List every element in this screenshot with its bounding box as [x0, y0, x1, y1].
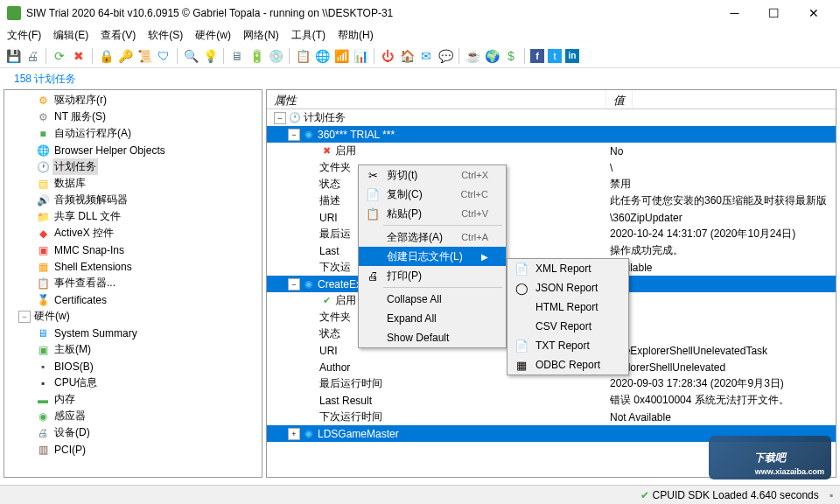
property-row[interactable]: 描述此任务可使您安装的360压缩能及时获得最新版	[267, 192, 836, 209]
facebook-icon[interactable]: f	[530, 49, 544, 63]
tree-item[interactable]: ▤数据库	[4, 175, 262, 192]
tree-item[interactable]: 🏅Certificates	[4, 291, 262, 308]
context-menu-item[interactable]: 📄XML Report	[508, 259, 628, 278]
context-menu-item[interactable]: 📄TXT Report	[508, 336, 628, 355]
tree-item[interactable]: ▪BIOS(B)	[4, 358, 262, 374]
property-row[interactable]: 文件夹\	[267, 159, 836, 176]
context-submenu-logfiles[interactable]: 📄XML Report◯JSON ReportHTML ReportCSV Re…	[507, 258, 629, 375]
menu-edit[interactable]: 编辑(E)	[53, 28, 88, 43]
wifi-icon[interactable]: 📶	[333, 48, 349, 64]
twitter-icon[interactable]: t	[548, 49, 562, 63]
coffee-icon[interactable]: ☕	[465, 48, 480, 64]
property-row[interactable]: URI\360ZipUpdater	[267, 209, 836, 226]
context-menu-item[interactable]: CSV Report	[508, 317, 628, 336]
shutdown-icon[interactable]: ⏻	[380, 48, 396, 64]
linkedin-icon[interactable]: in	[565, 49, 579, 63]
chat-icon[interactable]: 💬	[438, 48, 453, 64]
tree-item[interactable]: ▣MMC Snap-Ins	[4, 242, 262, 258]
menu-help[interactable]: 帮助(H)	[338, 28, 374, 43]
minimize-button[interactable]: ─	[715, 1, 754, 25]
license-icon[interactable]: 📜	[136, 48, 152, 64]
context-menu-item[interactable]: 全部选择(A)Ctrl+A	[359, 228, 506, 247]
tree-item[interactable]: 📁共享 DLL 文件	[4, 208, 262, 225]
context-menu-item[interactable]: 📄复制(C)Ctrl+C	[359, 185, 506, 204]
property-row[interactable]: 最后运2020-10-24 14:31:07 (2020年10月24日)	[267, 226, 836, 242]
globe-icon[interactable]: 🌍	[484, 48, 500, 64]
tree-item[interactable]: ⚙驱动程序(r)	[4, 92, 262, 108]
disk-icon[interactable]: 💿	[268, 48, 284, 64]
tree-item[interactable]: ◆ActiveX 控件	[4, 225, 262, 242]
property-row[interactable]: ✖启用No	[267, 143, 836, 159]
property-row[interactable]: 状态禁用	[267, 176, 836, 192]
property-row[interactable]: −🕐计划任务	[267, 109, 836, 126]
tree-item[interactable]: 📋事件查看器...	[4, 275, 262, 291]
property-row[interactable]: 下次运行时间Not Available	[267, 409, 836, 425]
network-icon[interactable]: 🌐	[314, 48, 330, 64]
property-row[interactable]: −◉360*** TRIAL ***	[267, 126, 836, 143]
context-menu-item[interactable]: 🖨打印(P)	[359, 266, 506, 285]
menu-tools[interactable]: 工具(T)	[291, 28, 326, 43]
lock-icon[interactable]: 🔒	[98, 48, 114, 64]
battery-icon[interactable]: 🔋	[248, 48, 264, 64]
context-menu-item[interactable]: ▦ODBC Report	[508, 355, 628, 374]
tree-item[interactable]: 🖥System Summary	[4, 325, 262, 341]
clipboard-icon[interactable]: 📋	[295, 48, 311, 64]
expand-icon[interactable]: +	[288, 428, 300, 440]
print-icon[interactable]: 🖨	[24, 48, 40, 64]
menu-view[interactable]: 查看(V)	[101, 28, 136, 43]
column-value[interactable]: 值	[606, 90, 633, 108]
key-icon[interactable]: 🔑	[117, 48, 133, 64]
tree-item[interactable]: ■自动运行程序(A)	[4, 125, 262, 142]
expand-icon[interactable]: −	[288, 278, 300, 290]
row-icon: ◉	[302, 128, 316, 142]
shield-icon[interactable]: 🛡	[156, 48, 172, 64]
property-row[interactable]: Last操作成功完成。	[267, 242, 836, 259]
property-value: \	[606, 162, 836, 174]
context-menu-item[interactable]: HTML Report	[508, 298, 628, 317]
menu-hardware[interactable]: 硬件(w)	[195, 28, 231, 43]
save-icon[interactable]: 💾	[5, 48, 21, 64]
tree-item[interactable]: ⚙NT 服务(S)	[4, 108, 262, 125]
tree-item[interactable]: ▬内存	[4, 391, 262, 408]
find-icon[interactable]: 🔍	[183, 48, 199, 64]
tree-item[interactable]: ▥PCI(P)	[4, 441, 262, 458]
menu-software[interactable]: 软件(S)	[148, 28, 183, 43]
tree-item[interactable]: ▦Shell Extensions	[4, 258, 262, 275]
context-menu-item[interactable]: ◯JSON Report	[508, 278, 628, 298]
column-property[interactable]: 属性	[267, 90, 606, 108]
tree-item[interactable]: 🔊音频视频解码器	[4, 192, 262, 208]
tree-item[interactable]: ◉感应器	[4, 408, 262, 424]
tree-item[interactable]: −硬件(w)	[4, 308, 262, 325]
tree-item[interactable]: 🌐Browser Helper Objects	[4, 142, 262, 158]
close-button[interactable]: ✕	[794, 1, 833, 25]
context-menu-item[interactable]: ✂剪切(t)Ctrl+X	[359, 165, 506, 185]
context-menu-item[interactable]: 📋粘贴(P)Ctrl+V	[359, 204, 506, 223]
stop-icon[interactable]: ✖	[71, 48, 87, 64]
tree-item[interactable]: ▪CPU信息	[4, 374, 262, 391]
maximize-button[interactable]: ☐	[754, 1, 794, 25]
property-row[interactable]: Last Result 错误 0x40010004 系统无法打开文件。	[267, 392, 836, 409]
context-menu[interactable]: ✂剪切(t)Ctrl+X📄复制(C)Ctrl+C📋粘贴(P)Ctrl+V全部选择…	[358, 164, 507, 348]
tree-item[interactable]: 🖨设备(D)	[4, 424, 262, 441]
mail-icon[interactable]: ✉	[418, 48, 434, 64]
context-menu-item[interactable]: Show Default	[359, 328, 506, 347]
dollar-icon[interactable]: $	[503, 48, 519, 64]
menu-file[interactable]: 文件(F)	[7, 28, 41, 43]
eureka-icon[interactable]: 💡	[202, 48, 218, 64]
tree-item[interactable]: 🕐计划任务	[4, 158, 262, 175]
home-icon[interactable]: 🏠	[399, 48, 415, 64]
tree-item[interactable]: ▣主板(M)	[4, 341, 262, 358]
context-menu-item[interactable]: Collapse All	[359, 290, 506, 309]
expand-icon[interactable]: −	[274, 112, 286, 124]
navigation-tree[interactable]: ⚙驱动程序(r)⚙NT 服务(S)■自动运行程序(A)🌐Browser Help…	[4, 89, 262, 478]
expand-icon[interactable]: −	[18, 311, 31, 323]
expand-icon[interactable]: −	[288, 129, 300, 141]
context-menu-item[interactable]: Expand All	[359, 309, 506, 328]
refresh-icon[interactable]: ⟳	[52, 48, 67, 64]
monitor-icon[interactable]: 🖥	[229, 48, 245, 64]
traffic-icon[interactable]: 📊	[353, 48, 368, 64]
context-menu-item[interactable]: 创建日志文件(L)▶	[359, 247, 506, 266]
menu-item-icon: ▦	[511, 359, 532, 372]
menu-network[interactable]: 网络(N)	[243, 28, 279, 43]
property-row[interactable]: 最后运行时间2020-09-03 17:28:34 (2020年9月3日)	[267, 375, 836, 392]
